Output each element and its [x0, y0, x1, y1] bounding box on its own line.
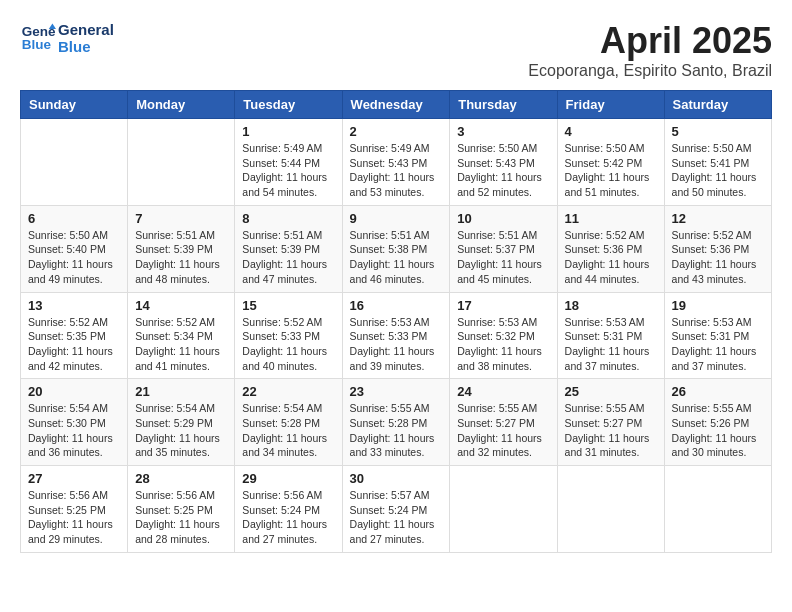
day-info: Sunrise: 5:54 AMSunset: 5:28 PMDaylight:… [242, 401, 334, 460]
calendar-cell: 13Sunrise: 5:52 AMSunset: 5:35 PMDayligh… [21, 292, 128, 379]
week-row-1: 6Sunrise: 5:50 AMSunset: 5:40 PMDaylight… [21, 205, 772, 292]
calendar-cell: 6Sunrise: 5:50 AMSunset: 5:40 PMDaylight… [21, 205, 128, 292]
week-row-3: 20Sunrise: 5:54 AMSunset: 5:30 PMDayligh… [21, 379, 772, 466]
calendar-cell: 18Sunrise: 5:53 AMSunset: 5:31 PMDayligh… [557, 292, 664, 379]
day-number: 17 [457, 298, 549, 313]
calendar-cell: 19Sunrise: 5:53 AMSunset: 5:31 PMDayligh… [664, 292, 771, 379]
day-number: 18 [565, 298, 657, 313]
day-number: 26 [672, 384, 764, 399]
header-tuesday: Tuesday [235, 91, 342, 119]
calendar-cell: 4Sunrise: 5:50 AMSunset: 5:42 PMDaylight… [557, 119, 664, 206]
day-number: 6 [28, 211, 120, 226]
week-row-2: 13Sunrise: 5:52 AMSunset: 5:35 PMDayligh… [21, 292, 772, 379]
calendar-cell: 9Sunrise: 5:51 AMSunset: 5:38 PMDaylight… [342, 205, 450, 292]
day-info: Sunrise: 5:53 AMSunset: 5:32 PMDaylight:… [457, 315, 549, 374]
day-info: Sunrise: 5:51 AMSunset: 5:38 PMDaylight:… [350, 228, 443, 287]
day-info: Sunrise: 5:51 AMSunset: 5:39 PMDaylight:… [135, 228, 227, 287]
day-info: Sunrise: 5:52 AMSunset: 5:36 PMDaylight:… [672, 228, 764, 287]
day-number: 28 [135, 471, 227, 486]
day-number: 20 [28, 384, 120, 399]
week-row-4: 27Sunrise: 5:56 AMSunset: 5:25 PMDayligh… [21, 466, 772, 553]
calendar-cell: 23Sunrise: 5:55 AMSunset: 5:28 PMDayligh… [342, 379, 450, 466]
calendar-cell: 16Sunrise: 5:53 AMSunset: 5:33 PMDayligh… [342, 292, 450, 379]
calendar-cell: 11Sunrise: 5:52 AMSunset: 5:36 PMDayligh… [557, 205, 664, 292]
day-info: Sunrise: 5:55 AMSunset: 5:27 PMDaylight:… [457, 401, 549, 460]
header-friday: Friday [557, 91, 664, 119]
day-number: 12 [672, 211, 764, 226]
calendar-table: SundayMondayTuesdayWednesdayThursdayFrid… [20, 90, 772, 553]
calendar-cell: 1Sunrise: 5:49 AMSunset: 5:44 PMDaylight… [235, 119, 342, 206]
day-number: 2 [350, 124, 443, 139]
header-wednesday: Wednesday [342, 91, 450, 119]
calendar-cell: 25Sunrise: 5:55 AMSunset: 5:27 PMDayligh… [557, 379, 664, 466]
day-info: Sunrise: 5:49 AMSunset: 5:44 PMDaylight:… [242, 141, 334, 200]
header-saturday: Saturday [664, 91, 771, 119]
day-info: Sunrise: 5:51 AMSunset: 5:39 PMDaylight:… [242, 228, 334, 287]
day-info: Sunrise: 5:52 AMSunset: 5:33 PMDaylight:… [242, 315, 334, 374]
header-monday: Monday [128, 91, 235, 119]
page-header: General Blue General Blue April 2025 Eco… [20, 20, 772, 80]
calendar-cell: 28Sunrise: 5:56 AMSunset: 5:25 PMDayligh… [128, 466, 235, 553]
calendar-cell: 26Sunrise: 5:55 AMSunset: 5:26 PMDayligh… [664, 379, 771, 466]
day-info: Sunrise: 5:52 AMSunset: 5:36 PMDaylight:… [565, 228, 657, 287]
day-number: 4 [565, 124, 657, 139]
month-title: April 2025 [528, 20, 772, 62]
day-number: 10 [457, 211, 549, 226]
calendar-cell: 5Sunrise: 5:50 AMSunset: 5:41 PMDaylight… [664, 119, 771, 206]
day-info: Sunrise: 5:53 AMSunset: 5:31 PMDaylight:… [672, 315, 764, 374]
calendar-cell: 15Sunrise: 5:52 AMSunset: 5:33 PMDayligh… [235, 292, 342, 379]
calendar-cell: 27Sunrise: 5:56 AMSunset: 5:25 PMDayligh… [21, 466, 128, 553]
calendar-cell: 7Sunrise: 5:51 AMSunset: 5:39 PMDaylight… [128, 205, 235, 292]
logo-general: General [58, 21, 114, 38]
day-number: 27 [28, 471, 120, 486]
day-number: 14 [135, 298, 227, 313]
day-info: Sunrise: 5:51 AMSunset: 5:37 PMDaylight:… [457, 228, 549, 287]
day-number: 9 [350, 211, 443, 226]
calendar-cell: 12Sunrise: 5:52 AMSunset: 5:36 PMDayligh… [664, 205, 771, 292]
week-row-0: 1Sunrise: 5:49 AMSunset: 5:44 PMDaylight… [21, 119, 772, 206]
day-number: 25 [565, 384, 657, 399]
day-number: 3 [457, 124, 549, 139]
day-info: Sunrise: 5:50 AMSunset: 5:43 PMDaylight:… [457, 141, 549, 200]
day-number: 21 [135, 384, 227, 399]
day-number: 8 [242, 211, 334, 226]
day-number: 1 [242, 124, 334, 139]
day-info: Sunrise: 5:54 AMSunset: 5:29 PMDaylight:… [135, 401, 227, 460]
day-number: 22 [242, 384, 334, 399]
calendar-cell [21, 119, 128, 206]
svg-text:Blue: Blue [22, 37, 52, 52]
day-info: Sunrise: 5:53 AMSunset: 5:31 PMDaylight:… [565, 315, 657, 374]
calendar-cell: 21Sunrise: 5:54 AMSunset: 5:29 PMDayligh… [128, 379, 235, 466]
calendar-cell: 10Sunrise: 5:51 AMSunset: 5:37 PMDayligh… [450, 205, 557, 292]
day-number: 13 [28, 298, 120, 313]
header-thursday: Thursday [450, 91, 557, 119]
day-info: Sunrise: 5:56 AMSunset: 5:24 PMDaylight:… [242, 488, 334, 547]
logo-icon: General Blue [20, 20, 56, 56]
day-number: 15 [242, 298, 334, 313]
calendar-cell: 22Sunrise: 5:54 AMSunset: 5:28 PMDayligh… [235, 379, 342, 466]
header-row: SundayMondayTuesdayWednesdayThursdayFrid… [21, 91, 772, 119]
day-number: 29 [242, 471, 334, 486]
day-number: 30 [350, 471, 443, 486]
calendar-cell: 3Sunrise: 5:50 AMSunset: 5:43 PMDaylight… [450, 119, 557, 206]
day-info: Sunrise: 5:50 AMSunset: 5:42 PMDaylight:… [565, 141, 657, 200]
day-info: Sunrise: 5:54 AMSunset: 5:30 PMDaylight:… [28, 401, 120, 460]
day-number: 23 [350, 384, 443, 399]
day-info: Sunrise: 5:50 AMSunset: 5:40 PMDaylight:… [28, 228, 120, 287]
day-number: 19 [672, 298, 764, 313]
day-info: Sunrise: 5:50 AMSunset: 5:41 PMDaylight:… [672, 141, 764, 200]
day-info: Sunrise: 5:55 AMSunset: 5:26 PMDaylight:… [672, 401, 764, 460]
calendar-cell: 30Sunrise: 5:57 AMSunset: 5:24 PMDayligh… [342, 466, 450, 553]
day-number: 11 [565, 211, 657, 226]
calendar-cell: 24Sunrise: 5:55 AMSunset: 5:27 PMDayligh… [450, 379, 557, 466]
day-info: Sunrise: 5:55 AMSunset: 5:27 PMDaylight:… [565, 401, 657, 460]
calendar-cell: 14Sunrise: 5:52 AMSunset: 5:34 PMDayligh… [128, 292, 235, 379]
logo: General Blue General Blue [20, 20, 114, 56]
location-title: Ecoporanga, Espirito Santo, Brazil [528, 62, 772, 80]
day-info: Sunrise: 5:52 AMSunset: 5:34 PMDaylight:… [135, 315, 227, 374]
day-info: Sunrise: 5:49 AMSunset: 5:43 PMDaylight:… [350, 141, 443, 200]
day-info: Sunrise: 5:56 AMSunset: 5:25 PMDaylight:… [135, 488, 227, 547]
day-info: Sunrise: 5:57 AMSunset: 5:24 PMDaylight:… [350, 488, 443, 547]
day-info: Sunrise: 5:53 AMSunset: 5:33 PMDaylight:… [350, 315, 443, 374]
day-info: Sunrise: 5:55 AMSunset: 5:28 PMDaylight:… [350, 401, 443, 460]
